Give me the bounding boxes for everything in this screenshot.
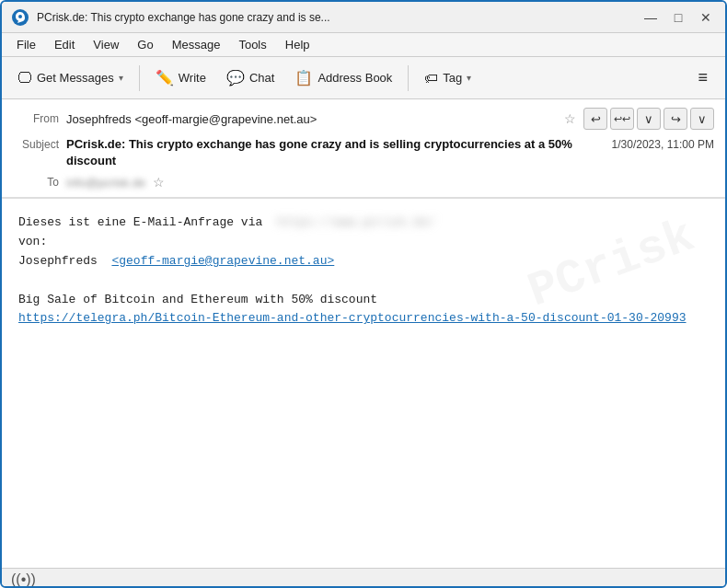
address-book-icon: 📋	[294, 69, 313, 86]
sender-name: Josephfreds	[18, 254, 98, 268]
from-star-icon[interactable]: ☆	[564, 111, 576, 126]
menu-help[interactable]: Help	[278, 36, 317, 53]
from-value: Josephfreds <geoff-margie@grapevine.net.…	[66, 112, 557, 126]
subject-label: Subject	[13, 136, 59, 151]
write-button[interactable]: ✏️ Write	[147, 64, 214, 91]
write-icon: ✏️	[156, 69, 174, 86]
get-messages-dropdown-icon[interactable]: ▾	[119, 73, 123, 83]
body-line2: von:	[18, 233, 709, 252]
chat-button[interactable]: 💬 Chat	[218, 64, 283, 91]
menu-edit[interactable]: Edit	[47, 36, 82, 53]
reply-icon: ↩	[591, 112, 601, 126]
email-body: PCrisk Dieses ist eine E-Mail-Anfrage vi…	[2, 199, 725, 568]
toolbar: 🖵 Get Messages ▾ ✏️ Write 💬 Chat 📋 Addre…	[2, 57, 725, 99]
tag-label: Tag	[443, 71, 462, 85]
email-content-wrapper: From Josephfreds <geoff-margie@grapevine…	[2, 99, 725, 568]
expand-icon: ∨	[644, 112, 653, 126]
telegram-link[interactable]: https://telegra.ph/Bitcoin-Ethereum-and-…	[18, 311, 687, 325]
svg-point-1	[18, 15, 22, 18]
maximize-button[interactable]: □	[668, 7, 688, 28]
toolbar-separator-1	[139, 65, 140, 91]
reply-actions: ↩ ↩↩ ∨ ↪ ∨	[583, 108, 714, 130]
address-book-label: Address Book	[317, 71, 392, 85]
expand-button[interactable]: ∨	[637, 108, 661, 130]
menu-view[interactable]: View	[86, 36, 126, 53]
to-label: To	[13, 176, 59, 189]
reply-all-icon: ↩↩	[614, 113, 630, 125]
menu-file[interactable]: File	[9, 36, 43, 53]
hamburger-icon: ≡	[698, 68, 708, 87]
to-value: info@pcrisk.de	[66, 176, 145, 190]
body-sale-text: Big Sale of Bitcoin and Ethereum with 50…	[18, 291, 709, 310]
close-button[interactable]: ✕	[696, 7, 716, 28]
status-bar: ((•))	[2, 568, 725, 588]
get-messages-button[interactable]: 🖵 Get Messages ▾	[9, 65, 132, 91]
address-book-button[interactable]: 📋 Address Book	[286, 64, 400, 91]
subject-row: Subject PCrisk.de: This crypto exchange …	[13, 133, 714, 173]
reply-button[interactable]: ↩	[583, 108, 607, 130]
menu-tools[interactable]: Tools	[231, 36, 273, 53]
body-text-1: Dieses ist eine E-Mail-Anfrage via	[18, 215, 262, 229]
to-row: To info@pcrisk.de ☆	[13, 173, 714, 191]
tag-icon: 🏷	[424, 70, 438, 86]
reply-all-button[interactable]: ↩↩	[610, 108, 634, 130]
connection-status-icon: ((•))	[11, 571, 36, 588]
body-line1: Dieses ist eine E-Mail-Anfrage via https…	[18, 213, 709, 233]
more-icon: ∨	[698, 112, 707, 126]
forward-button[interactable]: ↪	[664, 108, 687, 130]
tag-button[interactable]: 🏷 Tag ▾	[416, 65, 479, 90]
chat-icon: 💬	[226, 69, 245, 86]
to-star-icon[interactable]: ☆	[153, 175, 165, 190]
email-date: 1/30/2023, 11:00 PM	[612, 136, 714, 151]
toolbar-separator-2	[408, 65, 409, 91]
chat-label: Chat	[249, 71, 274, 85]
body-line3: Josephfreds <geoff-margie@grapevine.net.…	[18, 252, 709, 271]
window-title: PCrisk.de: This crypto exchange has gone…	[37, 11, 330, 24]
get-messages-icon: 🖵	[17, 70, 32, 86]
hamburger-menu-button[interactable]: ≡	[687, 63, 718, 92]
body-url: https://telegra.ph/Bitcoin-Ethereum-and-…	[18, 309, 709, 329]
app-icon	[11, 8, 29, 27]
more-button[interactable]: ∨	[690, 108, 714, 130]
from-label: From	[13, 112, 59, 125]
get-messages-label: Get Messages	[37, 71, 114, 85]
menu-bar: File Edit View Go Message Tools Help	[2, 33, 725, 57]
menu-message[interactable]: Message	[165, 36, 228, 53]
from-row: From Josephfreds <geoff-margie@grapevine…	[13, 105, 714, 133]
menu-go[interactable]: Go	[130, 36, 160, 53]
title-bar-left: PCrisk.de: This crypto exchange has gone…	[11, 8, 330, 27]
blurred-url: https://www.pcrisk.de/	[277, 213, 435, 233]
write-label: Write	[179, 71, 206, 85]
minimize-button[interactable]: —	[640, 7, 661, 28]
sender-email-link[interactable]: <geoff-margie@grapevine.net.au>	[111, 254, 334, 268]
forward-icon: ↪	[671, 112, 681, 126]
tag-dropdown-icon[interactable]: ▾	[467, 73, 471, 83]
email-header: From Josephfreds <geoff-margie@grapevine…	[2, 99, 725, 198]
window-controls: — □ ✕	[640, 7, 716, 28]
title-bar: PCrisk.de: This crypto exchange has gone…	[2, 2, 725, 33]
subject-value: PCrisk.de: This crypto exchange has gone…	[66, 136, 605, 169]
